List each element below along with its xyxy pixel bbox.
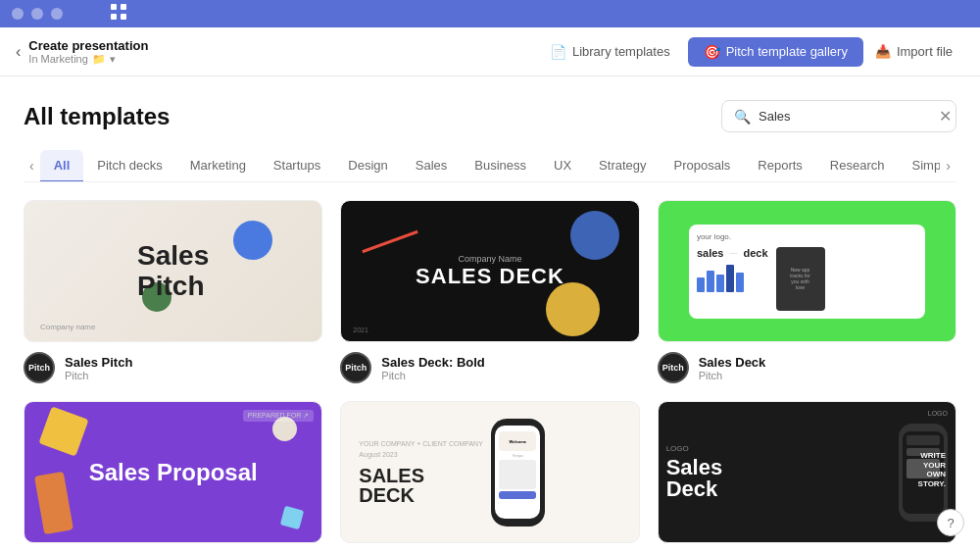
phone-screen: Welcome For you xyxy=(495,426,540,519)
title-bar xyxy=(0,0,980,27)
filter-tab-proposals[interactable]: Proposals xyxy=(661,150,745,181)
bar-4 xyxy=(726,265,734,292)
template-card-sales-pitch[interactable]: SalesPitch Company name Pitch Sales Pitc… xyxy=(24,200,322,383)
search-bar[interactable]: 🔍 ✕ xyxy=(721,100,956,132)
bar-chart xyxy=(697,263,768,292)
filter-tab-strategy[interactable]: Strategy xyxy=(585,150,660,181)
tab-library[interactable]: 📄 Library templates xyxy=(534,37,686,67)
traffic-light-max[interactable] xyxy=(51,8,63,20)
template-thumb-sales-deck: your logo. sales — deck xyxy=(658,200,956,342)
main-content: All templates 🔍 ✕ ‹ All Pitch decks Mark… xyxy=(0,76,980,552)
pitch-avatar-sales-deck: Pitch xyxy=(658,352,689,383)
template-meta-sales-deck-bold: Pitch Sales Deck: Bold Pitch xyxy=(340,352,639,383)
phone-frame: Welcome For you xyxy=(491,419,545,527)
company-client: YOUR COMPANY + CLIENT COMPANY xyxy=(359,440,482,447)
filter-tab-all[interactable]: All xyxy=(40,150,84,181)
filter-tab-business[interactable]: Business xyxy=(461,150,540,181)
async-logo: LOGO xyxy=(666,444,883,453)
async-sales-text: Sales xyxy=(666,457,883,478)
grid-icon[interactable] xyxy=(110,3,127,25)
template-card-sales-proposal[interactable]: Sales Proposal PREPARED FOR ↗ Pitch Sale… xyxy=(24,401,322,552)
filter-tab-simple[interactable]: Simple xyxy=(899,150,941,181)
template-thumb-async-sales: LOGO Sales Deck WRITEYOUROWNSTORY. LOGO xyxy=(658,401,956,543)
filter-tab-design[interactable]: Design xyxy=(334,150,401,181)
filter-tabs: All Pitch decks Marketing Startups Desig… xyxy=(40,150,941,181)
template-info-sales-pitch: Sales Pitch Pitch xyxy=(65,355,132,381)
year-text: 2021 xyxy=(353,326,368,333)
deco-blue-circle2 xyxy=(570,211,619,260)
filter-tab-marketing[interactable]: Marketing xyxy=(176,150,260,181)
filter-next-button[interactable]: › xyxy=(940,152,956,179)
create-presentation-subtitle: In Marketing 📁 ▾ xyxy=(28,53,534,66)
simple-sales-text: YOUR COMPANY + CLIENT COMPANY August 202… xyxy=(359,440,482,505)
search-input[interactable] xyxy=(759,109,923,124)
traffic-light-min[interactable] xyxy=(31,8,43,20)
svg-rect-1 xyxy=(121,4,126,10)
filter-tab-research[interactable]: Research xyxy=(816,150,899,181)
welcome-text: Welcome xyxy=(510,439,527,444)
filter-tab-startups[interactable]: Startups xyxy=(260,150,334,181)
sales-word: sales xyxy=(697,247,724,259)
pitch-icon: 🎯 xyxy=(704,44,720,60)
async-write-text: WRITEYOUROWNSTORY. xyxy=(918,451,946,488)
import-label: Import file xyxy=(897,44,953,59)
prepared-badge: PREPARED FOR ↗ xyxy=(243,410,315,422)
template-meta-sales-deck: Pitch Sales Deck Pitch xyxy=(658,352,956,383)
filter-bar: ‹ All Pitch decks Marketing Startups Des… xyxy=(24,150,956,182)
your-logo-text: your logo. xyxy=(697,232,731,241)
welcome-banner: Welcome xyxy=(499,431,536,451)
deco-yellow-circle xyxy=(546,282,600,336)
deck-big-text: DECK xyxy=(359,485,482,505)
template-grid: SalesPitch Company name Pitch Sales Pitc… xyxy=(24,200,956,552)
async-screen-bar1 xyxy=(906,435,940,445)
template-card-sales-deck-bold[interactable]: Company Name SALES DECK 2021 Pitch Sales… xyxy=(340,200,639,383)
help-button[interactable]: ? xyxy=(937,509,964,536)
deco-yellow-rect xyxy=(38,406,88,456)
tab-pitch-gallery[interactable]: 🎯 Pitch template gallery xyxy=(688,37,863,67)
deco-blue-rect xyxy=(280,506,304,529)
help-icon: ? xyxy=(947,516,954,530)
subtitle-marketing: ▾ xyxy=(110,53,116,66)
sales-pitch-text: SalesPitch xyxy=(137,241,209,302)
template-meta-sales-pitch: Pitch Sales Pitch Pitch xyxy=(24,352,322,383)
template-thumb-simple-sales: YOUR COMPANY + CLIENT COMPANY August 202… xyxy=(340,401,639,543)
sales-deck-header: your logo. xyxy=(697,232,917,241)
filter-prev-button[interactable]: ‹ xyxy=(24,152,40,179)
template-thumb-sales-pitch: SalesPitch Company name xyxy=(24,200,322,342)
template-source-sales-deck-bold: Pitch xyxy=(381,370,485,381)
nav-tabs: 📄 Library templates 🎯 Pitch template gal… xyxy=(534,37,863,67)
import-button[interactable]: 📥 Import file xyxy=(863,38,964,65)
sales-deck-bold-text: SALES DECK xyxy=(416,264,564,289)
import-icon: 📥 xyxy=(875,44,891,59)
tab-library-label: Library templates xyxy=(572,44,670,59)
filter-tab-pitch-decks[interactable]: Pitch decks xyxy=(83,150,175,181)
bar-2 xyxy=(707,271,714,292)
template-card-simple-sales[interactable]: YOUR COMPANY + CLIENT COMPANY August 202… xyxy=(340,401,639,552)
clear-search-button[interactable]: ✕ xyxy=(939,107,952,125)
template-source-sales-deck: Pitch xyxy=(699,370,766,381)
deco-orange-rect xyxy=(34,472,74,534)
template-thumb-sales-proposal: Sales Proposal PREPARED FOR ↗ xyxy=(24,401,322,543)
sales-deck-inner: your logo. sales — deck xyxy=(689,225,925,319)
template-name-sales-deck-bold: Sales Deck: Bold xyxy=(381,355,485,370)
svg-rect-2 xyxy=(111,14,117,20)
async-logo2: LOGO xyxy=(928,410,948,417)
tab-pitch-label: Pitch template gallery xyxy=(726,44,848,59)
filter-tab-ux[interactable]: UX xyxy=(540,150,585,181)
create-presentation-title: Create presentation xyxy=(28,38,534,53)
filter-tab-sales[interactable]: Sales xyxy=(402,150,462,181)
sales-proposal-text: Sales Proposal xyxy=(89,459,258,486)
svg-rect-0 xyxy=(111,4,117,10)
create-presentation-info: Create presentation In Marketing 📁 ▾ xyxy=(28,38,534,66)
template-thumb-sales-deck-bold: Company Name SALES DECK 2021 xyxy=(340,200,639,342)
back-button[interactable]: ‹ xyxy=(16,43,21,61)
bar-1 xyxy=(697,277,705,292)
sales-deck-text-side: sales — deck xyxy=(697,247,768,292)
template-card-sales-deck[interactable]: your logo. sales — deck xyxy=(658,200,956,383)
placeholder-img xyxy=(499,460,536,489)
page-header: All templates 🔍 ✕ xyxy=(24,100,956,132)
filter-tab-reports[interactable]: Reports xyxy=(744,150,816,181)
traffic-light-close[interactable] xyxy=(12,8,24,20)
template-card-async-sales[interactable]: LOGO Sales Deck WRITEYOUROWNSTORY. LOGO … xyxy=(658,401,956,552)
template-name-sales-deck: Sales Deck xyxy=(699,355,766,370)
